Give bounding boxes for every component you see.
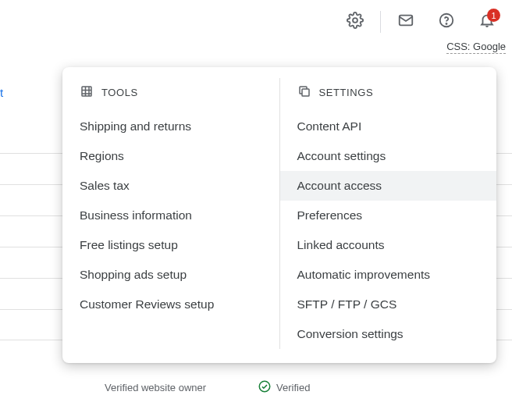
svg-rect-6	[302, 89, 309, 96]
tools-column: TOOLS Shipping and returnsRegionsSales t…	[62, 78, 279, 349]
tools-item-business-information[interactable]: Business information	[62, 201, 279, 230]
help-icon	[438, 12, 455, 32]
settings-item-linked-accounts[interactable]: Linked accounts	[280, 230, 497, 260]
page-left-fragment: t	[0, 86, 3, 99]
svg-point-4	[259, 381, 270, 392]
settings-item-sftp-ftp-gcs[interactable]: SFTP / FTP / GCS	[280, 290, 497, 319]
tools-settings-dropdown: TOOLS Shipping and returnsRegionsSales t…	[62, 67, 496, 363]
settings-item-preferences[interactable]: Preferences	[280, 201, 497, 230]
help-button[interactable]	[431, 6, 462, 37]
tools-item-shopping-ads-setup[interactable]: Shopping ads setup	[62, 260, 279, 290]
copy-icon	[297, 84, 311, 101]
tools-item-sales-tax[interactable]: Sales tax	[62, 171, 279, 201]
svg-rect-5	[82, 87, 91, 96]
tools-header-label: TOOLS	[101, 87, 138, 98]
settings-item-content-api[interactable]: Content API	[280, 112, 497, 141]
gear-icon	[347, 12, 364, 32]
settings-gear-button[interactable]	[340, 6, 371, 37]
verified-status: Verified	[258, 379, 310, 396]
notifications-button[interactable]: 1	[471, 6, 503, 37]
settings-item-account-access[interactable]: Account access	[280, 171, 497, 201]
css-label: CSS: Google	[446, 41, 506, 54]
grid-icon	[80, 84, 94, 101]
notification-badge: 1	[487, 9, 500, 22]
tools-item-regions[interactable]: Regions	[62, 141, 279, 171]
settings-item-account-settings[interactable]: Account settings	[280, 141, 497, 171]
settings-column: SETTINGS Content APIAccount settingsAcco…	[279, 78, 497, 349]
verified-owner-row: Verified website owner Verified	[105, 379, 310, 396]
settings-item-automatic-improvements[interactable]: Automatic improvements	[280, 260, 497, 290]
verified-owner-label: Verified website owner	[105, 382, 206, 393]
settings-header-label: SETTINGS	[319, 87, 374, 98]
mail-button[interactable]	[390, 6, 421, 37]
settings-header: SETTINGS	[280, 78, 497, 112]
tools-header: TOOLS	[62, 78, 279, 112]
topbar-divider	[380, 11, 381, 33]
tools-item-customer-reviews-setup[interactable]: Customer Reviews setup	[62, 290, 279, 319]
check-circle-icon	[258, 379, 272, 396]
topbar: 1	[0, 0, 512, 44]
tools-item-shipping-and-returns[interactable]: Shipping and returns	[62, 112, 279, 141]
mail-icon	[397, 12, 414, 32]
svg-point-3	[446, 23, 446, 24]
settings-item-conversion-settings[interactable]: Conversion settings	[280, 319, 497, 349]
svg-point-0	[353, 18, 357, 23]
verified-status-text: Verified	[276, 382, 310, 393]
tools-item-free-listings-setup[interactable]: Free listings setup	[62, 230, 279, 260]
